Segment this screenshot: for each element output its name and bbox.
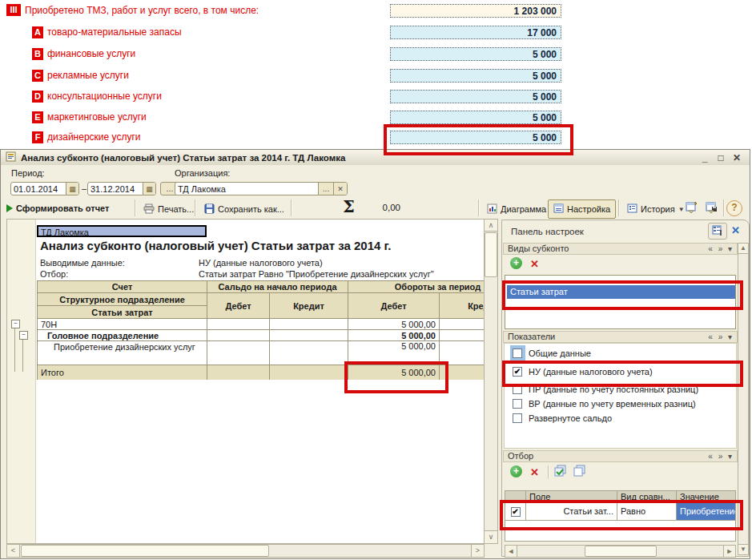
section-header-vidy[interactable]: Виды субконто « » ▾: [503, 243, 738, 255]
add-item-icon[interactable]: +: [510, 257, 522, 269]
vscroll-thumb[interactable]: [485, 232, 497, 277]
collapse-group-icon[interactable]: −: [11, 320, 20, 328]
calendar-icon[interactable]: ▦: [66, 183, 78, 195]
otbor-hscroll-thumb[interactable]: [585, 546, 657, 557]
otbor-row-value[interactable]: Приобретение ...: [677, 503, 735, 521]
section-controls-icons[interactable]: « » ▾: [708, 332, 734, 342]
restore-values-button[interactable]: [686, 200, 699, 216]
scroll-left-icon[interactable]: ◄: [505, 545, 517, 558]
section-controls-icons[interactable]: « » ▾: [708, 244, 734, 254]
delete-item-icon[interactable]: ✕: [530, 258, 539, 270]
minimize-button[interactable]: _: [697, 152, 713, 163]
hscroll-thumb[interactable]: [21, 545, 269, 557]
help-button[interactable]: ?: [726, 200, 742, 216]
panel-settings-button[interactable]: [708, 223, 727, 240]
generate-report-button[interactable]: Сформировать отчет: [6, 200, 109, 216]
row-label: рекламные услуги: [47, 70, 129, 81]
scroll-up-icon[interactable]: ▲: [738, 243, 749, 254]
org-select-button[interactable]: ...: [318, 183, 333, 195]
checkbox-obshchie[interactable]: Общие данные: [513, 347, 591, 360]
section-controls-icons[interactable]: « » ▾: [708, 451, 734, 461]
delete-filter-icon[interactable]: ✕: [530, 466, 539, 478]
vidy-listbox[interactable]: Статьи затрат: [505, 275, 736, 329]
calendar-icon[interactable]: ▦: [143, 183, 155, 195]
checkbox-vr[interactable]: ВР (данные по учету временных разниц): [513, 397, 696, 410]
table-row[interactable]: 70Н 5 000,00: [38, 319, 485, 330]
row-f-field[interactable]: 5 000: [390, 131, 561, 144]
period-to-field[interactable]: 31.12.2014 ▦: [87, 182, 156, 195]
total-field[interactable]: 1 203 000: [390, 4, 561, 18]
print-button[interactable]: Печать...: [140, 200, 197, 218]
scroll-down-icon[interactable]: ▼: [738, 544, 749, 555]
section-header-pokazateli[interactable]: Показатели « » ▾: [503, 331, 738, 343]
account-cell[interactable]: 70Н: [38, 319, 207, 330]
total-row[interactable]: Итого 5 000,00: [38, 365, 485, 381]
settings-button[interactable]: Настройка: [548, 199, 616, 219]
otbor-row-comparison[interactable]: Равно: [617, 503, 677, 521]
diagram-button[interactable]: Диаграмма: [484, 200, 549, 218]
save-as-button[interactable]: Сохранить как...: [201, 200, 288, 218]
checkbox-icon[interactable]: [513, 348, 522, 358]
report-table[interactable]: Счет Сальдо на начало периода Обороты за…: [37, 280, 484, 380]
otbor-grid[interactable]: Поле Вид сравн... Значение ✔ Статьи зат.…: [505, 490, 736, 542]
unit-cell[interactable]: Головное подразделение: [38, 330, 207, 341]
toolbar-separator: [135, 199, 136, 216]
debit-turnover-cell[interactable]: 5 000,00: [348, 341, 440, 365]
total-label-cell[interactable]: Итого: [38, 365, 207, 381]
checkbox-nu[interactable]: ✔ НУ (данные налогового учета): [513, 365, 653, 378]
settings-panel-title: Панель настроек: [511, 227, 584, 236]
org-field[interactable]: ТД Лакомка ... ✕: [175, 182, 348, 195]
checkbox-pr[interactable]: ПР (данные по учету постоянных разниц): [513, 383, 698, 396]
sum-sigma-button[interactable]: Σ: [343, 196, 355, 216]
add-filter-icon[interactable]: +: [510, 465, 522, 477]
scroll-right-icon[interactable]: ►: [723, 545, 736, 558]
row-a-field[interactable]: 17 000: [390, 26, 561, 39]
close-button[interactable]: ✕: [729, 152, 745, 163]
period-from-field[interactable]: 01.01.2014 ▦: [10, 182, 79, 195]
period-from-value[interactable]: 01.01.2014: [11, 183, 66, 195]
org-clear-icon[interactable]: ✕: [333, 183, 347, 195]
save-values-button[interactable]: [706, 200, 719, 216]
output-data-label: Выводимые данные:: [40, 258, 125, 268]
row-label: консультационные услуги: [47, 91, 162, 102]
history-button[interactable]: История ▼: [624, 200, 688, 218]
checkbox-razvernutoe[interactable]: Развернутое сальдо: [513, 412, 612, 425]
uncheck-all-icon[interactable]: [573, 465, 587, 479]
checkbox-checked-icon[interactable]: ✔: [513, 367, 522, 377]
otbor-row-field[interactable]: Статьи зат...: [526, 503, 617, 521]
row-c-field[interactable]: 5 000: [390, 69, 561, 83]
vidy-selected-item[interactable]: Статьи затрат: [507, 285, 735, 299]
checkbox-checked-icon[interactable]: ✔: [511, 507, 521, 517]
window-titlebar[interactable]: Анализ субконто (налоговый учет) Статьи …: [1, 150, 750, 165]
debit-turnover-cell[interactable]: 5 000,00: [348, 319, 440, 330]
table-row[interactable]: Головное подразделение 5 000,00: [38, 330, 485, 341]
vidy-title: Виды субконто: [508, 244, 569, 253]
scroll-down-icon[interactable]: ∨: [484, 530, 498, 544]
otbor-row-checkbox[interactable]: ✔: [505, 503, 526, 521]
section-header-otbor[interactable]: Отбор « » ▾: [503, 450, 738, 462]
org-value[interactable]: ТД Лакомка: [175, 183, 318, 195]
debit-turnover-cell[interactable]: 5 000,00: [348, 330, 440, 341]
checkbox-icon[interactable]: [513, 413, 522, 423]
checkbox-icon[interactable]: [513, 385, 522, 394]
scroll-right-icon[interactable]: >: [471, 544, 485, 558]
org-label: Организация:: [175, 168, 230, 178]
report-org-cell[interactable]: ТД Лакомка: [37, 225, 207, 237]
run-icon: [6, 204, 13, 212]
panel-vscrollbar[interactable]: [738, 243, 749, 555]
scroll-left-icon[interactable]: <: [6, 544, 20, 558]
total-debit-cell[interactable]: 5 000,00: [348, 365, 440, 381]
checkbox-icon[interactable]: [513, 399, 522, 409]
period-to-value[interactable]: 31.12.2014: [88, 183, 143, 195]
collapse-group-icon[interactable]: −: [19, 331, 28, 340]
check-all-icon[interactable]: [554, 465, 568, 479]
row-b-field[interactable]: 5 000: [390, 47, 561, 61]
panel-close-icon[interactable]: ✕: [731, 224, 740, 236]
scroll-up-icon[interactable]: ∧: [484, 219, 498, 232]
toolbar-separator: [618, 199, 620, 216]
maximize-button[interactable]: □: [713, 152, 729, 163]
cost-item-cell[interactable]: Приобретение дизайнерских услуг: [38, 341, 207, 365]
row-d-field[interactable]: 5 000: [390, 90, 561, 103]
table-row[interactable]: Приобретение дизайнерских услуг 5 000,00: [38, 341, 485, 365]
row-e-field[interactable]: 5 000: [390, 111, 561, 124]
